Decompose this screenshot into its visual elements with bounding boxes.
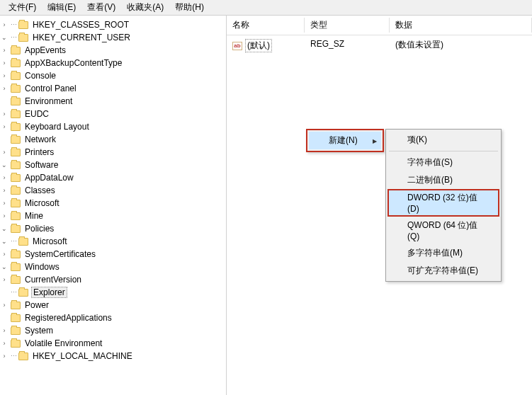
tree-item[interactable]: Mine — [23, 211, 45, 221]
expand-icon[interactable]: › — [0, 71, 9, 80]
expand-icon[interactable]: › — [0, 84, 9, 93]
menu-item-new[interactable]: 新建(N) ▶ — [309, 132, 381, 149]
expand-icon[interactable]: › — [0, 199, 9, 207]
expand-icon[interactable]: › — [0, 148, 9, 156]
folder-icon — [11, 149, 21, 156]
folder-icon — [18, 34, 28, 42]
tree-item[interactable]: Windows — [23, 262, 61, 272]
list-row[interactable]: ab (默认) REG_SZ (数值未设置) — [227, 35, 532, 56]
tree-item[interactable]: Classes — [23, 185, 57, 195]
folder-icon — [11, 200, 21, 207]
menubar: 文件(F) 编辑(E) 查看(V) 收藏夹(A) 帮助(H) — [0, 0, 532, 16]
folder-icon — [11, 161, 21, 169]
folder-icon — [11, 276, 21, 284]
tree-item-policies[interactable]: Policies — [23, 224, 55, 234]
value-data: (数值未设置) — [390, 38, 449, 54]
expand-icon[interactable]: › — [0, 212, 9, 220]
folder-icon — [11, 263, 21, 271]
expand-icon[interactable]: › — [0, 59, 9, 67]
expand-icon[interactable]: › — [0, 301, 9, 309]
list-header: 名称 类型 数据 — [227, 16, 532, 35]
menu-label: 新建(N) — [329, 135, 358, 145]
menu-item-key[interactable]: 项(K) — [387, 131, 499, 149]
menu-item-multistring[interactable]: 多字符串值(M) — [387, 244, 499, 262]
tree-item-hklm[interactable]: HKEY_LOCAL_MACHINE — [31, 351, 134, 361]
expand-icon[interactable]: › — [0, 352, 9, 360]
expand-icon[interactable]: › — [0, 110, 9, 118]
folder-icon — [11, 327, 21, 335]
expand-icon[interactable]: › — [0, 326, 9, 335]
tree-item-explorer[interactable]: Explorer — [31, 287, 67, 298]
menu-file[interactable]: 文件(F) — [3, 0, 42, 15]
tree-item[interactable]: Environment — [23, 96, 74, 106]
tree-item[interactable]: AppDataLow — [23, 173, 75, 183]
expand-icon[interactable]: › — [0, 186, 9, 195]
folder-icon — [18, 21, 28, 29]
context-menu-new: 新建(N) ▶ — [306, 129, 384, 152]
menu-item-string[interactable]: 字符串值(S) — [387, 154, 499, 171]
tree-item[interactable]: Network — [23, 134, 57, 144]
menu-separator — [389, 151, 498, 151]
folder-icon — [11, 47, 21, 55]
folder-icon — [11, 98, 21, 105]
folder-icon — [11, 251, 21, 258]
menu-help[interactable]: 帮助(H) — [169, 0, 210, 15]
context-submenu-new: 项(K) 字符串值(S) 二进制值(B) DWORD (32 位)值(D) QW… — [385, 129, 502, 282]
folder-icon — [11, 59, 21, 67]
menu-item-qword[interactable]: QWORD (64 位)值(Q) — [387, 217, 499, 244]
menu-item-dword[interactable]: DWORD (32 位)值(D) — [387, 189, 499, 217]
col-header-name[interactable]: 名称 — [227, 18, 305, 33]
menu-item-expandstring[interactable]: 可扩充字符串值(E) — [387, 262, 499, 280]
chevron-right-icon: ▶ — [373, 137, 377, 144]
menu-item-binary[interactable]: 二进制值(B) — [387, 171, 499, 189]
col-header-data[interactable]: 数据 — [390, 18, 532, 33]
menu-favorites[interactable]: 收藏夹(A) — [121, 0, 169, 15]
collapse-icon[interactable]: ⌄ — [0, 237, 9, 246]
tree-item[interactable]: Microsoft — [31, 236, 69, 246]
expand-icon[interactable]: › — [0, 21, 9, 29]
col-header-type[interactable]: 类型 — [305, 18, 390, 33]
menu-edit[interactable]: 编辑(E) — [42, 0, 81, 15]
tree-item-software[interactable]: Software — [23, 160, 60, 170]
expand-icon[interactable]: › — [0, 250, 9, 258]
folder-icon — [11, 340, 21, 348]
tree-item[interactable]: CurrentVersion — [23, 275, 83, 285]
tree-item-hkcu[interactable]: HKEY_CURRENT_USER — [31, 33, 132, 42]
expand-icon[interactable]: › — [0, 46, 9, 55]
folder-icon — [11, 123, 21, 131]
tree-item[interactable]: Volatile Environment — [23, 338, 103, 348]
tree-item[interactable]: AppXBackupContentType — [23, 58, 123, 68]
tree-panel: ›⋯HKEY_CLASSES_ROOT ⌄⋯HKEY_CURRENT_USER … — [0, 16, 227, 395]
tree-item[interactable]: EUDC — [23, 109, 50, 119]
collapse-icon[interactable]: ⌄ — [0, 161, 9, 169]
tree-item[interactable]: Control Panel — [23, 84, 78, 93]
registry-tree: ›⋯HKEY_CLASSES_ROOT ⌄⋯HKEY_CURRENT_USER … — [0, 18, 226, 362]
tree-item[interactable]: Microsoft — [23, 198, 61, 208]
tree-item[interactable]: Keyboard Layout — [23, 122, 91, 132]
tree-item[interactable]: SystemCertificates — [23, 249, 97, 259]
expand-icon[interactable]: › — [0, 122, 9, 131]
collapse-icon[interactable]: ⌄ — [0, 263, 9, 271]
tree-item[interactable]: Printers — [23, 147, 55, 157]
expand-icon[interactable]: › — [0, 339, 9, 348]
folder-icon — [18, 238, 28, 246]
folder-icon — [11, 110, 21, 118]
tree-item-hkcr[interactable]: HKEY_CLASSES_ROOT — [31, 20, 130, 30]
expand-icon[interactable]: › — [0, 173, 9, 182]
folder-icon — [11, 314, 21, 322]
collapse-icon[interactable]: ⌄ — [0, 33, 9, 42]
expand-icon[interactable]: › — [0, 275, 9, 284]
tree-item[interactable]: AppEvents — [23, 45, 67, 55]
folder-icon — [18, 289, 28, 297]
collapse-icon[interactable]: ⌄ — [0, 224, 9, 233]
folder-icon — [11, 225, 21, 233]
tree-item[interactable]: RegisteredApplications — [23, 313, 113, 323]
value-type: REG_SZ — [305, 38, 390, 54]
tree-item[interactable]: Power — [23, 300, 50, 310]
menu-view[interactable]: 查看(V) — [81, 0, 121, 15]
tree-item[interactable]: Console — [23, 71, 57, 81]
tree-item[interactable]: System — [23, 326, 55, 336]
folder-icon — [18, 353, 28, 360]
folder-icon — [11, 85, 21, 93]
folder-icon — [11, 136, 21, 144]
